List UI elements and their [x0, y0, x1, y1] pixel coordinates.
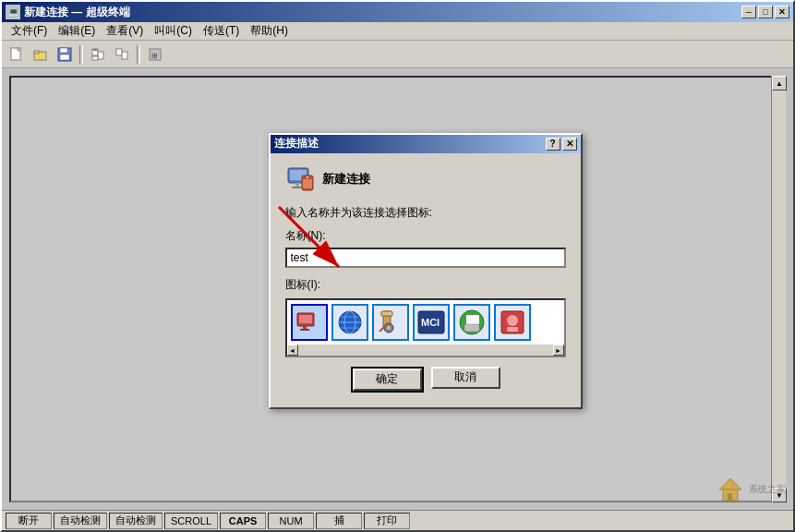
watermark-box: 系统之家 — [716, 477, 786, 502]
status-caps: CAPS — [220, 513, 266, 529]
dialog-header-text: 新建连接 — [322, 171, 370, 187]
menubar: 文件(F) 编辑(E) 查看(V) 叫叫(C) 传送(T) 帮助(H) — [2, 22, 793, 41]
dialog-titlebar-buttons: ? ✕ — [546, 138, 577, 151]
svg-rect-48 — [728, 493, 732, 501]
dialog-buttons: 确定 取消 — [285, 367, 566, 393]
svg-rect-9 — [98, 52, 103, 59]
svg-rect-23 — [299, 315, 312, 323]
minimize-button[interactable]: ─ — [741, 6, 756, 18]
toolbar-sep1 — [79, 45, 83, 64]
dialog-header-icon — [285, 164, 315, 194]
toolbar-sep2 — [137, 45, 140, 64]
icon-item-3[interactable] — [372, 304, 409, 341]
svg-marker-46 — [719, 478, 741, 490]
name-label: 名称(N): — [285, 228, 566, 244]
svg-rect-40 — [464, 324, 479, 332]
svg-point-42 — [507, 315, 518, 326]
svg-rect-11 — [116, 49, 122, 55]
svg-rect-43 — [507, 327, 518, 332]
status-autodetect-2: 自动检测 — [109, 513, 163, 529]
svg-rect-5 — [60, 48, 67, 53]
icon-item-4[interactable]: MCI — [413, 304, 450, 341]
window-title: 新建连接 — 超级终端 — [24, 5, 741, 20]
statusbar: 断开 自动检测 自动检测 SCROLL CAPS NUM 捕 打印 系统之家 — [2, 510, 793, 530]
svg-rect-6 — [60, 54, 69, 60]
scroll-track[interactable] — [298, 345, 553, 356]
dialog-overlay: 连接描述 ? ✕ — [2, 68, 793, 510]
toolbar-open[interactable] — [30, 44, 52, 65]
svg-rect-32 — [381, 311, 392, 316]
scroll-left-button[interactable]: ◄ — [287, 345, 298, 356]
svg-text:MCI: MCI — [421, 317, 440, 328]
toolbar-btn4[interactable] — [87, 44, 109, 65]
icon-scroll-container: MCI — [285, 298, 566, 357]
toolbar-btn6[interactable]: ⊞ — [144, 44, 166, 65]
svg-rect-12 — [122, 52, 127, 59]
icon-label: 图标(I): — [285, 277, 566, 293]
watermark: 系统之家 — [716, 477, 786, 502]
toolbar-new[interactable] — [6, 44, 28, 65]
ok-button-wrapper: 确定 — [351, 367, 424, 393]
svg-rect-3 — [34, 51, 39, 54]
toolbar-save[interactable] — [54, 44, 76, 65]
svg-rect-8 — [93, 49, 97, 51]
horizontal-scrollbar: ◄ ► — [287, 345, 564, 356]
svg-rect-24 — [303, 326, 307, 329]
name-input[interactable] — [285, 248, 566, 268]
menu-edit[interactable]: 编辑(E) — [53, 21, 101, 41]
main-window: 💻 新建连接 — 超级终端 ─ □ ✕ 文件(F) 编辑(E) 查看(V) 叫叫… — [0, 0, 795, 532]
ok-button[interactable]: 确定 — [353, 369, 422, 391]
status-disconnect: 断开 — [6, 513, 52, 529]
watermark-text: 系统之家 — [749, 484, 786, 495]
titlebar-buttons: ─ □ ✕ — [741, 6, 789, 18]
toolbar-btn5[interactable] — [111, 44, 133, 65]
icon-item-5[interactable] — [453, 304, 490, 341]
dialog-titlebar: 连接描述 ? ✕ — [271, 135, 581, 153]
svg-rect-17 — [295, 183, 299, 187]
svg-point-34 — [387, 326, 391, 330]
dialog-help-button[interactable]: ? — [546, 138, 560, 151]
titlebar: 💻 新建连接 — 超级终端 ─ □ ✕ — [2, 2, 793, 22]
svg-rect-25 — [300, 329, 309, 331]
menu-file[interactable]: 文件(F) — [6, 21, 53, 41]
svg-text:⊞: ⊞ — [151, 52, 158, 60]
scroll-right-button[interactable]: ► — [553, 345, 564, 356]
status-capture: 捕 — [316, 513, 362, 529]
svg-rect-10 — [92, 56, 98, 60]
menu-call[interactable]: 叫叫(C) — [149, 21, 198, 41]
menu-help[interactable]: 帮助(H) — [245, 21, 294, 41]
menu-view[interactable]: 查看(V) — [101, 21, 149, 41]
connection-description-dialog: 连接描述 ? ✕ — [269, 133, 583, 409]
app-icon: 💻 — [6, 5, 20, 19]
dialog-close-button[interactable]: ✕ — [562, 138, 577, 151]
toolbar: ⊞ — [2, 41, 793, 68]
status-autodetect-1: 自动检测 — [54, 513, 107, 529]
status-scroll: SCROLL — [164, 513, 218, 529]
icon-item-6[interactable] — [494, 304, 531, 341]
menu-transfer[interactable]: 传送(T) — [198, 21, 245, 41]
svg-rect-39 — [466, 315, 479, 324]
status-num: NUM — [268, 513, 314, 529]
icon-item-2[interactable] — [331, 304, 368, 341]
dialog-header: 新建连接 — [285, 164, 566, 194]
icon-item-1[interactable] — [291, 304, 328, 341]
dialog-content: 新建连接 输入名称并为该连接选择图标: 名称(N): 图标(I): — [271, 153, 581, 407]
cancel-button[interactable]: 取消 — [431, 367, 500, 389]
icon-list: MCI — [287, 300, 564, 345]
dialog-description: 输入名称并为该连接选择图标: — [285, 205, 566, 221]
close-button[interactable]: ✕ — [775, 6, 789, 18]
svg-point-20 — [307, 176, 308, 178]
svg-rect-18 — [292, 187, 303, 188]
maximize-button[interactable]: □ — [758, 6, 773, 18]
watermark-house-icon — [716, 477, 745, 502]
status-print: 打印 — [364, 513, 410, 529]
svg-rect-21 — [303, 179, 312, 188]
dialog-title: 连接描述 — [274, 136, 546, 151]
